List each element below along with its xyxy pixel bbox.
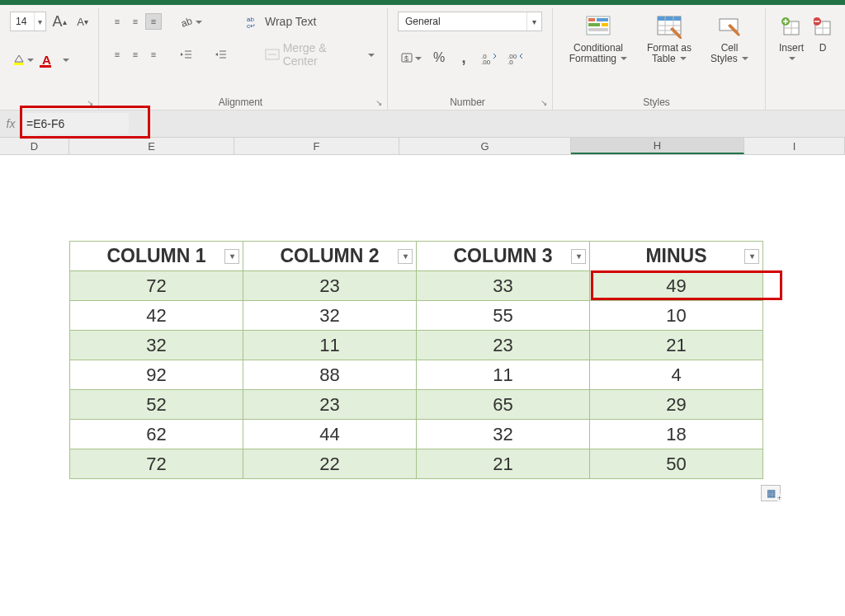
spreadsheet-grid[interactable]: COLUMN 1▾COLUMN 2▾COLUMN 3▾MINUS▾ 722333… [0,155,845,616]
svg-rect-12 [588,18,595,21]
ribbon-group-cells: Insert D [766,8,840,110]
number-format-combo[interactable]: General ▾ [398,12,542,31]
format-as-table-icon [655,13,683,41]
font-size-combo[interactable]: 14 ▾ [10,12,46,31]
table-cell[interactable]: 65 [417,390,590,420]
table-cell[interactable]: 11 [243,331,417,360]
table-header-label: MINUS [645,245,706,266]
table-cell[interactable]: 23 [243,390,417,420]
horizontal-align-buttons: ≡ ≡ ≡ [109,46,162,63]
chevron-down-icon[interactable] [366,48,375,61]
table-header-label: COLUMN 2 [280,245,379,266]
table-cell[interactable]: 42 [70,301,243,331]
column-header-E[interactable]: E [69,138,234,154]
table-cell[interactable]: 33 [417,271,590,301]
ribbon-group-styles: Conditional Formatting Format as Table C… [553,8,766,110]
dialog-launcher-icon[interactable]: ↘ [374,97,384,107]
delete-cells-icon [809,13,837,41]
table-cell[interactable]: 49 [590,271,763,301]
align-bottom-button[interactable]: ≡ [145,13,162,30]
filter-dropdown-icon[interactable]: ▾ [398,249,413,264]
decrease-font-button[interactable]: A▾ [73,12,92,31]
chevron-down-icon[interactable] [61,53,69,66]
column-header-D[interactable]: D [0,138,69,154]
format-as-table-button[interactable]: Format as Table [637,12,701,63]
chevron-down-icon[interactable]: ▾ [526,12,541,31]
dialog-launcher-icon[interactable]: ↘ [85,97,95,107]
decrease-font-icon: A [77,16,84,28]
chevron-down-icon[interactable] [787,53,795,64]
table-row: 32112321 [70,331,763,360]
table-cell[interactable]: 21 [417,449,590,479]
align-left-button[interactable]: ≡ [109,46,125,63]
decrease-decimal-button[interactable]: .00.0 [505,48,526,68]
orientation-button[interactable]: ab [177,12,205,31]
formula-input[interactable] [21,113,129,134]
table-cell[interactable]: 23 [243,271,417,301]
autofill-options-button[interactable]: ▦ + [761,485,781,501]
cell-styles-button[interactable]: Cell Styles [705,12,754,63]
table-cell[interactable]: 32 [70,331,243,360]
column-header-G[interactable]: G [399,138,571,154]
merge-center-label: Merge & Center [283,41,363,68]
table-cell[interactable]: 18 [590,420,763,449]
table-cell[interactable]: 55 [417,301,590,331]
decrease-indent-button[interactable] [177,45,196,64]
chevron-down-icon[interactable] [413,51,422,64]
merge-center-button[interactable]: Merge & Center [262,45,377,64]
font-color-button[interactable]: A [40,49,72,69]
column-header-F[interactable]: F [234,138,399,154]
table-cell[interactable]: 72 [70,271,243,301]
conditional-formatting-button[interactable]: Conditional Formatting [563,12,634,63]
align-center-button[interactable]: ≡ [127,46,144,63]
chevron-down-icon[interactable] [26,53,34,66]
chevron-down-icon[interactable] [740,53,748,64]
wrap-text-button[interactable]: abc↵ Wrap Text [244,12,319,31]
chevron-down-icon[interactable] [678,53,687,64]
table-cell[interactable]: 23 [417,331,590,360]
plus-icon: + [777,494,781,502]
chevron-down-icon[interactable]: ▾ [34,12,45,31]
table-cell[interactable]: 4 [590,360,763,390]
fill-color-button[interactable] [10,49,36,69]
increase-decimal-button[interactable]: .0.00 [479,48,500,68]
align-right-button[interactable]: ≡ [145,46,162,63]
increase-font-button[interactable]: A▴ [50,12,69,31]
comma-format-button[interactable]: , [454,48,474,68]
table-cell[interactable]: 21 [590,331,763,360]
svg-text:.00: .00 [481,59,491,64]
filter-dropdown-icon[interactable]: ▾ [224,249,239,264]
filter-dropdown-icon[interactable]: ▾ [571,249,586,264]
autofill-options-icon: ▦ [767,487,776,499]
align-top-button[interactable]: ≡ [109,13,125,30]
table-cell[interactable]: 62 [70,420,243,449]
insert-cells-button[interactable]: Insert [776,12,807,63]
formula-bar: fx [0,111,845,137]
table-cell[interactable]: 32 [417,420,590,449]
dialog-launcher-icon[interactable]: ↘ [539,97,549,107]
table-cell[interactable]: 52 [70,390,243,420]
delete-cells-label: D [819,42,827,54]
fx-icon[interactable]: fx [0,117,18,130]
align-middle-button[interactable]: ≡ [127,13,144,30]
table-cell[interactable]: 29 [590,390,763,420]
column-header-H[interactable]: H [571,138,744,154]
increase-indent-button[interactable] [211,45,231,64]
table-cell[interactable]: 22 [243,449,417,479]
percent-format-button[interactable]: % [429,48,449,68]
table-row: 52236529 [70,390,763,420]
filter-dropdown-icon[interactable]: ▾ [744,249,759,264]
chevron-down-icon[interactable] [194,15,202,28]
table-cell[interactable]: 44 [243,420,417,449]
chevron-down-icon[interactable] [619,53,627,64]
delete-cells-button[interactable]: D [810,12,835,54]
column-header-I[interactable]: I [744,138,845,154]
table-cell[interactable]: 10 [590,301,763,331]
accounting-format-button[interactable]: $ [398,48,424,68]
table-cell[interactable]: 92 [70,360,243,390]
table-cell[interactable]: 11 [417,360,590,390]
table-cell[interactable]: 32 [243,301,417,331]
table-cell[interactable]: 50 [590,449,763,479]
table-cell[interactable]: 72 [70,449,243,479]
table-cell[interactable]: 88 [243,360,417,390]
